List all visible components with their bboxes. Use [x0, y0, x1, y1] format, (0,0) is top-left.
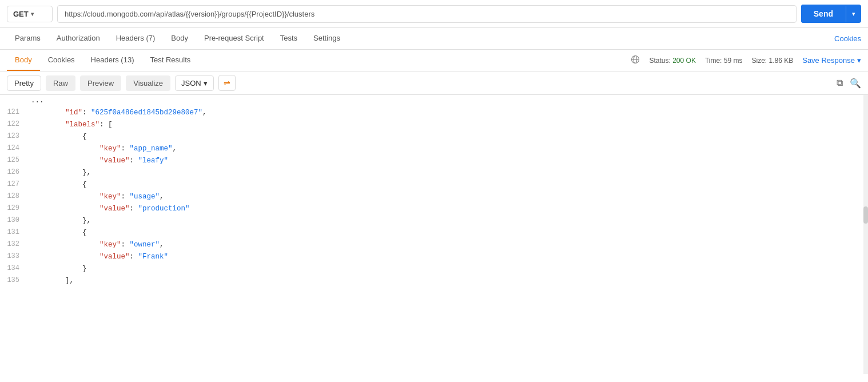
tab-body[interactable]: Body [163, 28, 196, 49]
url-bar: GET ▾ Send ▾ [0, 0, 868, 28]
table-row: 130 }, [0, 215, 868, 227]
table-row: 128 "key": "usage", [0, 191, 868, 203]
method-label: GET [13, 10, 29, 18]
table-row: 125 "value": "leafy" [0, 155, 868, 167]
status-value: 200 OK [672, 57, 696, 65]
chevron-down-icon: ▾ [204, 79, 208, 87]
table-row: 135 ], [0, 275, 868, 287]
send-button-main[interactable]: Send [801, 5, 846, 23]
tab-prerequest[interactable]: Pre-request Script [196, 28, 272, 49]
table-row: 132 "key": "owner", [0, 239, 868, 251]
status-text: Status: 200 OK [649, 57, 695, 65]
table-row: 133 "value": "Frank" [0, 251, 868, 263]
url-input[interactable] [57, 5, 797, 23]
size-text: Size: 1.86 KB [751, 57, 793, 65]
table-row: 122 "labels": [ [0, 119, 868, 131]
scrollbar-thumb[interactable] [863, 206, 868, 224]
toolbar-right: ⧉ 🔍 [837, 78, 861, 89]
viewer-toolbar: Pretty Raw Preview Visualize JSON ▾ ⇌ ⧉ … [0, 71, 868, 95]
send-button-dropdown[interactable]: ▾ [846, 6, 861, 22]
table-row: 124 "key": "app_name", [0, 143, 868, 155]
save-response-button[interactable]: Save Response ▾ [802, 56, 861, 65]
chevron-down-icon: ▾ [857, 56, 861, 65]
res-tab-headers[interactable]: Headers (13) [83, 50, 142, 71]
scrollbar[interactable] [863, 95, 868, 374]
time-text: Time: 59 ms [705, 57, 743, 65]
table-row: 127 { [0, 179, 868, 191]
wrap-icon: ⇌ [224, 78, 230, 87]
tab-tests[interactable]: Tests [272, 28, 305, 49]
globe-icon [631, 55, 640, 66]
table-row: 121 "id": "625f0a486ed1845bd29e80e7", [0, 107, 868, 119]
size-value: 1.86 KB [769, 57, 794, 65]
method-selector[interactable]: GET ▾ [7, 6, 53, 22]
tab-headers[interactable]: Headers (7) [108, 28, 164, 49]
send-button-group: Send ▾ [801, 5, 861, 23]
preview-button[interactable]: Preview [80, 75, 121, 91]
res-tab-testresults[interactable]: Test Results [142, 50, 198, 71]
time-value: 59 ms [724, 57, 743, 65]
raw-button[interactable]: Raw [46, 75, 75, 91]
table-row: 126 }, [0, 167, 868, 179]
response-tabs: Body Cookies Headers (13) Test Results S… [0, 50, 868, 71]
tab-settings[interactable]: Settings [305, 28, 348, 49]
response-meta: Status: 200 OK Time: 59 ms Size: 1.86 KB… [631, 55, 861, 66]
table-row: 123 { [0, 131, 868, 143]
table-row: 131 { [0, 227, 868, 239]
wrap-button[interactable]: ⇌ [218, 75, 236, 91]
format-select[interactable]: JSON ▾ [175, 75, 214, 91]
copy-icon[interactable]: ⧉ [837, 78, 843, 88]
method-chevron: ▾ [31, 11, 34, 17]
tab-cookies-request[interactable]: Cookies [834, 29, 861, 49]
code-view: ... 121 "id": "625f0a486ed1845bd29e80e7"… [0, 95, 868, 374]
table-row: 129 "value": "production" [0, 203, 868, 215]
res-tab-cookies[interactable]: Cookies [40, 50, 83, 71]
visualize-button[interactable]: Visualize [126, 75, 170, 91]
request-tabs: Params Authorization Headers (7) Body Pr… [0, 28, 868, 50]
tab-params[interactable]: Params [7, 28, 49, 49]
table-row: 134 } [0, 263, 868, 275]
res-tab-body[interactable]: Body [7, 50, 40, 71]
tab-authorization[interactable]: Authorization [49, 28, 108, 49]
pretty-button[interactable]: Pretty [7, 75, 41, 91]
search-icon[interactable]: 🔍 [850, 78, 861, 89]
